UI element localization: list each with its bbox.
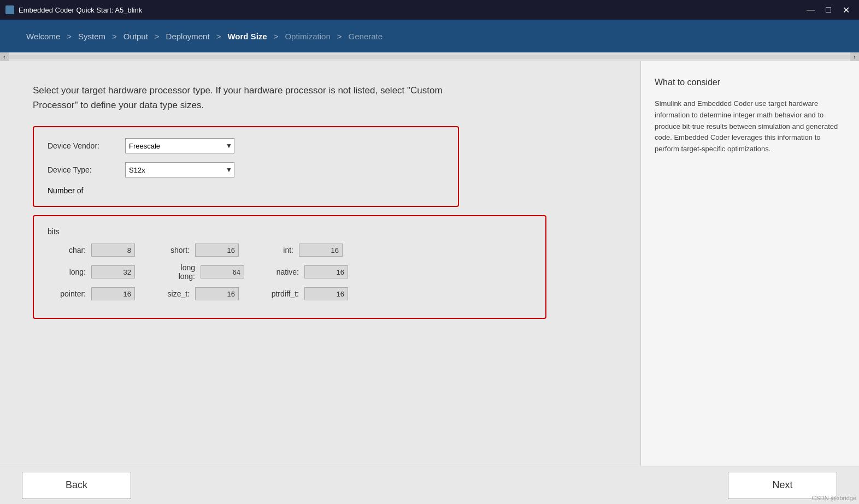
char-input[interactable]	[91, 244, 135, 257]
long-label: long:	[48, 268, 86, 276]
nav-sep-4: >	[214, 32, 223, 41]
nav-sep-3: >	[152, 32, 162, 41]
int-label: int:	[255, 246, 293, 254]
nav-bar: Welcome > System > Output > Deployment >…	[0, 20, 859, 52]
pointer-cell: pointer:	[48, 287, 135, 300]
short-cell: short:	[151, 244, 239, 257]
bits-label: bits	[48, 227, 532, 236]
pointer-input[interactable]	[91, 287, 135, 300]
sizet-input[interactable]	[195, 287, 239, 300]
scroll-right-arrow[interactable]: ›	[850, 52, 859, 61]
device-vendor-select-wrapper[interactable]: Freescale ARM Compatible Intel Custom Pr…	[125, 138, 234, 153]
nav-system[interactable]: System	[74, 32, 110, 41]
back-button[interactable]: Back	[22, 472, 131, 499]
int-cell: int:	[255, 244, 343, 257]
nav-sep-1: >	[64, 32, 74, 41]
device-vendor-select[interactable]: Freescale ARM Compatible Intel Custom Pr…	[125, 138, 234, 153]
bits-row-3: pointer: size_t: ptrdiff_t:	[48, 287, 532, 300]
nav-generate[interactable]: Generate	[344, 32, 387, 41]
side-panel: What to consider Simulink and Embedded C…	[640, 61, 859, 466]
sizet-label: size_t:	[151, 289, 190, 298]
scroll-track[interactable]	[9, 55, 850, 59]
maximize-button[interactable]: □	[821, 2, 836, 17]
scroll-left-arrow[interactable]: ‹	[0, 52, 9, 61]
nav-optimization[interactable]: Optimization	[280, 32, 334, 41]
char-cell: char:	[48, 244, 135, 257]
title-bar: Embedded Coder Quick Start: A5_blink — □…	[0, 0, 859, 20]
main-layout: Select your target hardware processor ty…	[0, 61, 859, 466]
minimize-button[interactable]: —	[803, 2, 819, 17]
sizet-cell: size_t:	[151, 287, 239, 300]
native-cell: native:	[261, 265, 348, 278]
device-config-box: Device Vendor: Freescale ARM Compatible …	[33, 126, 459, 207]
longlong-label: longlong:	[151, 263, 195, 281]
device-type-select[interactable]: S12x HC08 HCS12 Custom	[125, 162, 234, 177]
ptrdifft-cell: ptrdiff_t:	[255, 287, 348, 300]
long-cell: long:	[48, 265, 135, 278]
side-panel-title: What to consider	[655, 78, 845, 87]
nav-sep-5: >	[272, 32, 281, 41]
bottom-bar: Back Next	[0, 466, 859, 504]
device-vendor-row: Device Vendor: Freescale ARM Compatible …	[48, 138, 444, 153]
longlong-input[interactable]	[201, 265, 244, 278]
device-type-select-wrapper[interactable]: S12x HC08 HCS12 Custom ▼	[125, 162, 234, 177]
nav-wordsize[interactable]: Word Size	[223, 32, 271, 41]
ptrdifft-input[interactable]	[304, 287, 348, 300]
title-bar-controls[interactable]: — □ ✕	[803, 2, 854, 17]
nav-welcome[interactable]: Welcome	[22, 32, 64, 41]
device-vendor-label: Device Vendor:	[48, 141, 119, 150]
ptrdifft-label: ptrdiff_t:	[255, 289, 299, 298]
longlong-cell: longlong:	[151, 263, 244, 281]
pointer-label: pointer:	[48, 289, 86, 298]
side-panel-text: Simulink and Embedded Coder use target h…	[655, 98, 845, 155]
title-bar-left: Embedded Coder Quick Start: A5_blink	[5, 5, 142, 14]
nav-output[interactable]: Output	[119, 32, 152, 41]
window-title: Embedded Coder Quick Start: A5_blink	[19, 6, 142, 14]
intro-text: Select your target hardware processor ty…	[33, 83, 459, 112]
native-label: native:	[261, 268, 299, 276]
watermark: CSDN @xbridge	[812, 495, 856, 501]
close-button[interactable]: ✕	[838, 2, 854, 17]
nav-sep-6: >	[335, 32, 344, 41]
short-input[interactable]	[195, 244, 239, 257]
content-area: Select your target hardware processor ty…	[0, 61, 640, 466]
short-label: short:	[151, 246, 190, 254]
bits-row-1: char: short: int:	[48, 244, 532, 257]
nav-deployment[interactable]: Deployment	[162, 32, 214, 41]
device-type-label: Device Type:	[48, 165, 119, 174]
bits-row-2: long: longlong: native:	[48, 263, 532, 281]
number-of-label: Number of	[48, 186, 83, 195]
long-input[interactable]	[91, 265, 135, 278]
horizontal-scrollbar[interactable]: ‹ ›	[0, 52, 859, 61]
native-input[interactable]	[304, 265, 348, 278]
int-input[interactable]	[299, 244, 343, 257]
char-label: char:	[48, 246, 86, 254]
nav-sep-2: >	[110, 32, 119, 41]
bits-config-box: bits char: short: int: long	[33, 215, 546, 319]
device-type-row: Device Type: S12x HC08 HCS12 Custom ▼	[48, 162, 444, 177]
app-icon	[5, 5, 14, 14]
num-bits-header: Number of	[48, 186, 444, 195]
